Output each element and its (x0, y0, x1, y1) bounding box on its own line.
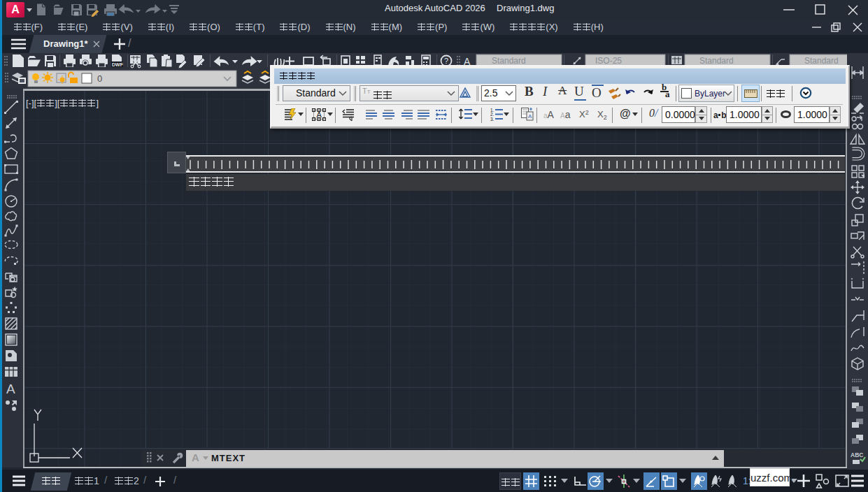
svg-text:3.: 3. (490, 117, 495, 122)
svg-text:Standard: Standard (492, 56, 526, 66)
svg-text:A: A (6, 382, 15, 396)
svg-text:A: A (528, 113, 532, 120)
svg-text:Standard: Standard (699, 56, 734, 66)
svg-text:Standard: Standard (804, 56, 839, 66)
svg-text:A: A (317, 110, 322, 119)
svg-text:ABC: ABC (851, 451, 863, 458)
svg-text:0: 0 (97, 73, 102, 84)
svg-text:?: ? (444, 57, 448, 65)
svg-text:DWF: DWF (112, 62, 124, 67)
svg-text:ISO-25: ISO-25 (595, 56, 622, 66)
